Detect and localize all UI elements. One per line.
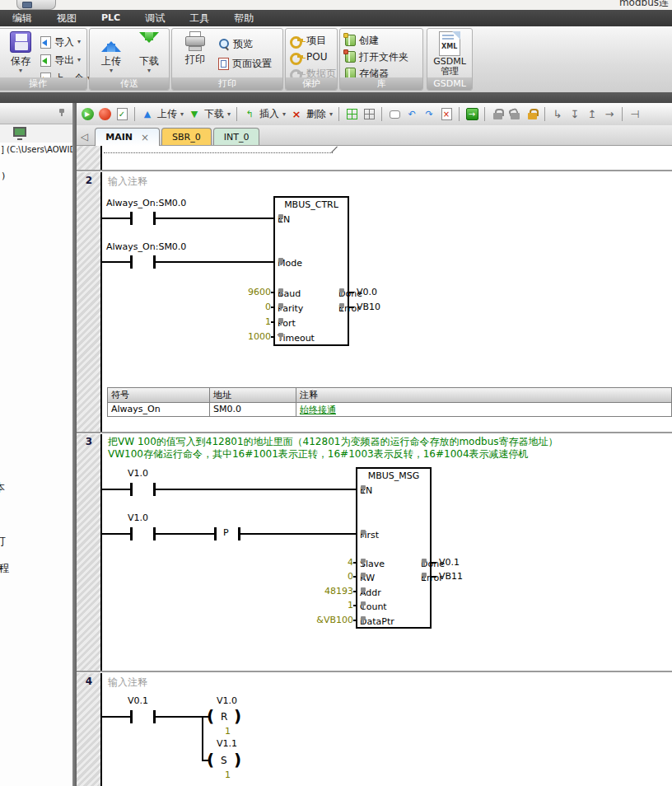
operand-error[interactable]: VB10 bbox=[357, 302, 380, 312]
page-setup-button[interactable]: 页面设置 bbox=[218, 55, 272, 72]
contact-label[interactable]: Always_On:SM0.0 bbox=[106, 241, 186, 252]
contact-label[interactable]: V1.0 bbox=[128, 512, 148, 523]
download-dropdown[interactable]: ▾ bbox=[227, 110, 231, 118]
operand-done[interactable]: V0.0 bbox=[357, 287, 377, 297]
contact[interactable] bbox=[130, 483, 133, 496]
tab-close-icon[interactable]: × bbox=[141, 132, 149, 143]
delete-dropdown[interactable]: ▾ bbox=[329, 110, 333, 118]
edge-contact[interactable] bbox=[214, 527, 217, 540]
export-button[interactable]: 导出 ▾ bbox=[40, 52, 81, 68]
menu-item-debug[interactable]: 调试 bbox=[133, 10, 177, 26]
unlock-icon[interactable] bbox=[507, 106, 522, 123]
insert-dropdown[interactable]: ▾ bbox=[282, 110, 286, 118]
operand-count[interactable]: 1 bbox=[348, 600, 353, 611]
compile-button[interactable]: ✓ bbox=[114, 106, 129, 123]
upload-button[interactable]: 上传 ▾ bbox=[91, 31, 131, 73]
contact[interactable] bbox=[130, 710, 133, 723]
tab-scroll-left-icon[interactable]: ◁ bbox=[81, 131, 88, 143]
upload-small-icon[interactable]: ▲ bbox=[140, 106, 155, 123]
wire bbox=[100, 489, 130, 490]
print-button[interactable]: 打印 bbox=[175, 31, 215, 67]
operand-timeout[interactable]: 1000 bbox=[248, 331, 271, 342]
menu-item-edit[interactable]: 编辑 bbox=[0, 10, 44, 26]
cell-address[interactable]: SM0.0 bbox=[210, 402, 296, 417]
contact-insert-icon[interactable]: ⊣ bbox=[628, 106, 642, 123]
line-up-icon[interactable]: ↥ bbox=[585, 106, 600, 123]
branch-down-icon[interactable]: ↳ bbox=[550, 106, 565, 123]
network-view-alt-icon[interactable] bbox=[362, 106, 376, 123]
library-open-folder-button[interactable]: 打开文件夹 bbox=[345, 49, 408, 65]
network4-comment[interactable]: 输入注释 bbox=[108, 676, 147, 690]
operand-port[interactable]: 1 bbox=[265, 316, 271, 327]
operand-baud[interactable]: 9600 bbox=[248, 287, 271, 297]
download-small-icon[interactable]: ▼ bbox=[187, 106, 202, 123]
download-button[interactable]: 下载 ▾ bbox=[129, 31, 169, 73]
contact-label[interactable]: V0.1 bbox=[128, 695, 148, 706]
undo-icon[interactable]: ↶ bbox=[404, 106, 419, 123]
menu-item-plc[interactable]: PLC bbox=[89, 10, 133, 26]
coil-label[interactable]: V1.0 bbox=[217, 695, 237, 706]
save-button[interactable]: 保存 ▾ bbox=[1, 31, 40, 73]
protect-project-button[interactable]: 项目 bbox=[290, 32, 326, 49]
station-icon[interactable] bbox=[13, 127, 26, 137]
contact[interactable] bbox=[130, 527, 133, 540]
operand-addr[interactable]: 48193 bbox=[324, 586, 353, 597]
menu-item-view[interactable]: 视图 bbox=[44, 10, 89, 26]
upload-dropdown[interactable]: ▾ bbox=[180, 110, 184, 118]
tab-main[interactable]: MAIN × bbox=[95, 128, 160, 146]
menu-item-tools[interactable]: 工具 bbox=[177, 10, 222, 26]
coil-operand[interactable]: 1 bbox=[225, 726, 231, 737]
stop-button[interactable] bbox=[97, 106, 112, 123]
contact[interactable] bbox=[130, 212, 133, 225]
tab-int-0[interactable]: INT_0 bbox=[213, 128, 260, 145]
network-view-icon[interactable] bbox=[344, 106, 359, 123]
mbus-ctrl-block[interactable]: MBUS_CTRL EN Mode Baud Parity Port Timeo… bbox=[273, 196, 349, 346]
contact-label[interactable]: Always_On:SM0.0 bbox=[106, 198, 186, 208]
protect-pou-button[interactable]: POU bbox=[290, 49, 327, 65]
run-button[interactable]: ▶ bbox=[80, 106, 95, 123]
cell-comment[interactable]: 始终接通 bbox=[296, 402, 672, 417]
quick-access-toolbar[interactable] bbox=[16, 0, 56, 10]
insert-button[interactable]: 插入 bbox=[259, 107, 279, 121]
clear-box-icon[interactable]: × bbox=[439, 106, 454, 123]
gsdml-manage-button[interactable]: XML GSDML 管理 bbox=[431, 31, 469, 77]
mbus-msg-block[interactable]: MBUS_MSG EN First Slave RW Addr Count Da… bbox=[356, 467, 432, 629]
line-down-icon[interactable]: ↧ bbox=[567, 106, 582, 123]
operand-parity[interactable]: 0 bbox=[265, 302, 271, 312]
contact-label[interactable]: V1.0 bbox=[128, 468, 148, 479]
network1-selection-corner bbox=[331, 147, 338, 153]
pin-error: Error bbox=[421, 573, 427, 579]
go-to-icon[interactable]: → bbox=[464, 106, 479, 123]
operand-done[interactable]: V0.1 bbox=[439, 557, 460, 568]
ladder-editor[interactable]: 2 输入注释 Always_On:SM0.0 Always_On:SM0.0 M… bbox=[77, 146, 672, 786]
line-right-icon[interactable]: → bbox=[602, 106, 617, 123]
menu-item-help[interactable]: 帮助 bbox=[222, 10, 266, 26]
lock-add-icon[interactable] bbox=[525, 106, 539, 123]
insert-icon[interactable]: ↰ bbox=[242, 106, 257, 123]
tab-sbr-0[interactable]: SBR_0 bbox=[161, 128, 212, 145]
coil-operand[interactable]: 1 bbox=[225, 770, 231, 780]
cell-symbol[interactable]: Always_On bbox=[107, 402, 210, 417]
lock-icon[interactable] bbox=[490, 106, 505, 123]
box-icon[interactable] bbox=[387, 106, 402, 123]
toolbar-separator bbox=[459, 107, 460, 121]
delete-icon[interactable]: × bbox=[289, 106, 304, 123]
redo-icon[interactable]: ↷ bbox=[422, 106, 436, 123]
library-create-button[interactable]: 创建 bbox=[345, 32, 379, 49]
download-small-button[interactable]: 下载 bbox=[204, 107, 224, 121]
operand-rw[interactable]: 0 bbox=[348, 571, 353, 582]
network2-comment[interactable]: 输入注释 bbox=[108, 175, 147, 189]
contact[interactable] bbox=[130, 255, 133, 269]
operand-slave[interactable]: 4 bbox=[348, 557, 353, 568]
import-button[interactable]: 导入 ▾ bbox=[40, 34, 81, 50]
upload-small-button[interactable]: 上传 bbox=[157, 107, 177, 121]
operand-dataptr[interactable]: &VB100 bbox=[316, 615, 353, 625]
operand-error[interactable]: VB11 bbox=[439, 571, 463, 582]
network3-comment-line2[interactable]: VW100存储运行命令，其中16#1001表示正转，16#1003表示反转，16… bbox=[108, 447, 529, 461]
reset-coil[interactable]: R bbox=[221, 711, 227, 723]
delete-button[interactable]: 删除 bbox=[306, 107, 326, 121]
preview-button[interactable]: 预览 bbox=[218, 35, 253, 52]
coil-label[interactable]: V1.1 bbox=[217, 738, 237, 749]
pin-icon[interactable] bbox=[58, 109, 65, 115]
set-coil[interactable]: S bbox=[221, 755, 227, 766]
